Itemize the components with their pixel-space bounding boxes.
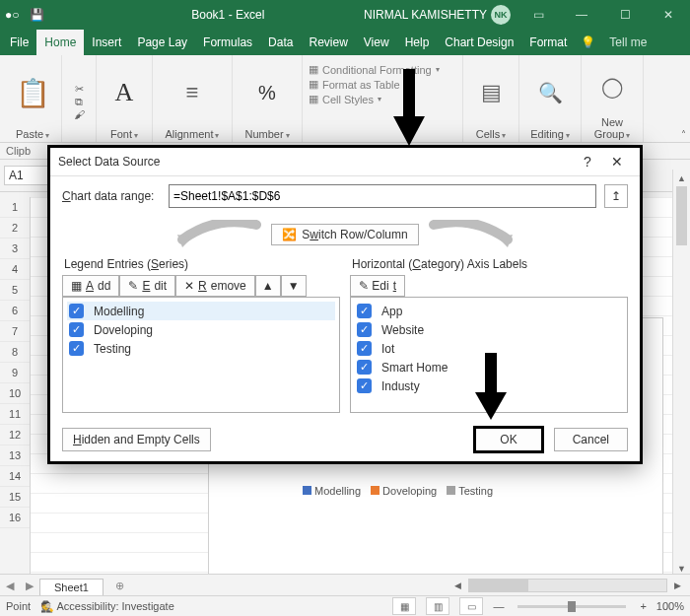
row-header[interactable]: 3 bbox=[0, 239, 30, 259]
row-header[interactable]: 6 bbox=[0, 301, 30, 321]
maximize-button[interactable]: ☐ bbox=[603, 0, 647, 30]
zoom-in-button[interactable]: + bbox=[640, 600, 646, 612]
checkbox-icon[interactable]: ✓ bbox=[69, 322, 84, 337]
row-header[interactable]: 14 bbox=[0, 466, 30, 487]
checkbox-icon[interactable]: ✓ bbox=[357, 341, 372, 356]
row-header[interactable]: 9 bbox=[0, 363, 30, 383]
hscroll-thumb[interactable] bbox=[469, 580, 528, 591]
hscroll-track[interactable] bbox=[468, 579, 667, 592]
checkbox-icon[interactable]: ✓ bbox=[69, 341, 84, 356]
checkbox-icon[interactable]: ✓ bbox=[69, 304, 84, 318]
checkbox-icon[interactable]: ✓ bbox=[357, 378, 372, 393]
autosave-toggle[interactable]: ●○ bbox=[0, 8, 25, 22]
hscroll-right-icon[interactable]: ▶ bbox=[669, 581, 686, 590]
group-cells[interactable]: ▤ Cells bbox=[463, 55, 519, 142]
checkbox-icon[interactable]: ✓ bbox=[357, 360, 372, 375]
add-series-button[interactable]: ▦ AddAdd bbox=[62, 275, 119, 297]
hidden-cells-button[interactable]: Hidden and Empty CellsHidden and Empty C… bbox=[62, 428, 211, 451]
vertical-scrollbar[interactable]: ▲ ▼ bbox=[672, 170, 690, 577]
scroll-thumb[interactable] bbox=[676, 186, 687, 245]
group-alignment[interactable]: ≡ Alignment bbox=[153, 55, 233, 142]
cell-styles-button[interactable]: ▦ Cell Styles ▾ bbox=[309, 93, 456, 105]
row-header[interactable]: 1 bbox=[0, 197, 30, 218]
row-header[interactable]: 10 bbox=[0, 383, 30, 404]
category-row[interactable]: ✓Website bbox=[355, 320, 623, 339]
cut-icon[interactable]: ✂ bbox=[75, 83, 84, 96]
tab-pagelayout[interactable]: Page Lay bbox=[129, 30, 195, 55]
series-row[interactable]: ✓Modelling bbox=[67, 302, 335, 320]
view-pagebreak-icon[interactable]: ▭ bbox=[459, 597, 483, 615]
user-name-label[interactable]: NIRMAL KAMISHETTY NK bbox=[358, 5, 517, 25]
row-header[interactable]: 16 bbox=[0, 508, 30, 528]
sheet-nav-next-icon[interactable]: ▶ bbox=[20, 580, 39, 592]
group-editing[interactable]: 🔍 Editing bbox=[519, 55, 582, 142]
row-header[interactable]: 4 bbox=[0, 259, 30, 280]
checkbox-icon[interactable]: ✓ bbox=[357, 322, 372, 337]
series-listbox[interactable]: ✓Modelling ✓Doveloping ✓Testing bbox=[62, 297, 340, 413]
tab-chartdesign[interactable]: Chart Design bbox=[437, 30, 521, 55]
zoom-level[interactable]: 100% bbox=[656, 600, 684, 612]
conditional-formatting-button[interactable]: ▦ Conditional Formatting ▾ bbox=[309, 63, 456, 76]
zoom-slider[interactable] bbox=[518, 605, 626, 608]
close-button[interactable]: ✕ bbox=[647, 0, 690, 30]
chart-data-range-input[interactable] bbox=[169, 184, 596, 208]
range-picker-icon[interactable]: ↥ bbox=[604, 184, 628, 208]
tellme-bulb-icon[interactable]: 💡 bbox=[575, 30, 601, 55]
tab-home[interactable]: Home bbox=[36, 30, 84, 55]
horizontal-scrollbar[interactable]: ◀ ▶ bbox=[129, 579, 690, 592]
cancel-button[interactable]: Cancel bbox=[554, 428, 628, 451]
accessibility-status[interactable]: 🕵 Accessibility: Investigate bbox=[40, 600, 174, 613]
category-row[interactable]: ✓App bbox=[355, 302, 623, 320]
group-newgroup[interactable]: ◯ New Group bbox=[582, 55, 644, 142]
series-row[interactable]: ✓Testing bbox=[67, 339, 335, 358]
copy-icon[interactable]: ⧉ bbox=[75, 96, 83, 108]
switch-row-column-button[interactable]: 🔀 Switch Row/Column Switch Row/Column bbox=[271, 224, 418, 245]
ribbon-collapse-icon[interactable]: ˄ bbox=[644, 55, 690, 142]
tab-tellme[interactable]: Tell me bbox=[601, 30, 655, 55]
move-down-button[interactable]: ▼ bbox=[281, 275, 307, 297]
row-header[interactable]: 8 bbox=[0, 342, 30, 363]
view-normal-icon[interactable]: ▦ bbox=[392, 597, 416, 615]
checkbox-icon[interactable]: ✓ bbox=[357, 304, 372, 318]
zoom-slider-knob[interactable] bbox=[568, 601, 576, 612]
row-header[interactable]: 13 bbox=[0, 445, 30, 466]
sheet-tab[interactable]: Sheet1 bbox=[39, 579, 104, 595]
group-number[interactable]: % Number bbox=[233, 55, 303, 142]
tab-view[interactable]: View bbox=[356, 30, 397, 55]
formatpainter-icon[interactable]: 🖌 bbox=[74, 108, 85, 120]
row-header[interactable]: 7 bbox=[0, 321, 30, 342]
sheet-nav-prev-icon[interactable]: ◀ bbox=[0, 580, 20, 592]
ok-button[interactable]: OK bbox=[473, 426, 543, 453]
format-as-table-button[interactable]: ▦ Format as Table ▾ bbox=[309, 78, 456, 91]
dialog-help-button[interactable]: ? bbox=[573, 154, 602, 170]
save-icon[interactable]: 💾 bbox=[25, 8, 49, 22]
tab-insert[interactable]: Insert bbox=[84, 30, 129, 55]
paste-label[interactable]: Paste bbox=[16, 126, 49, 140]
series-row[interactable]: ✓Doveloping bbox=[67, 320, 335, 339]
edit-series-button[interactable]: ✎ EditEdit bbox=[119, 275, 175, 297]
zoom-out-button[interactable]: — bbox=[493, 600, 504, 612]
minimize-button[interactable]: — bbox=[560, 0, 603, 30]
edit-category-button[interactable]: ✎ EditEdit bbox=[350, 275, 405, 297]
row-header[interactable]: 11 bbox=[0, 404, 30, 425]
tab-format[interactable]: Format bbox=[521, 30, 575, 55]
row-header[interactable]: 2 bbox=[0, 218, 30, 239]
tab-file[interactable]: File bbox=[2, 30, 36, 55]
scroll-up-icon[interactable]: ▲ bbox=[673, 170, 690, 186]
group-font[interactable]: A Font bbox=[97, 55, 153, 142]
tab-data[interactable]: Data bbox=[260, 30, 301, 55]
row-header[interactable]: 5 bbox=[0, 280, 30, 301]
ribbon-display-options-icon[interactable]: ▭ bbox=[517, 0, 560, 30]
move-up-button[interactable]: ▲ bbox=[255, 275, 281, 297]
paste-icon[interactable]: 📋 bbox=[16, 59, 50, 126]
tab-help[interactable]: Help bbox=[397, 30, 438, 55]
new-sheet-button[interactable]: ⊕ bbox=[111, 577, 129, 594]
row-header[interactable]: 15 bbox=[0, 487, 30, 508]
hscroll-left-icon[interactable]: ◀ bbox=[449, 581, 466, 590]
view-pagelayout-icon[interactable]: ▥ bbox=[426, 597, 449, 615]
dialog-close-button[interactable]: ✕ bbox=[602, 154, 632, 170]
remove-series-button[interactable]: ✕ RemoveRemove bbox=[175, 275, 255, 297]
row-header[interactable]: 12 bbox=[0, 425, 30, 445]
tab-review[interactable]: Review bbox=[301, 30, 355, 55]
tab-formulas[interactable]: Formulas bbox=[195, 30, 260, 55]
